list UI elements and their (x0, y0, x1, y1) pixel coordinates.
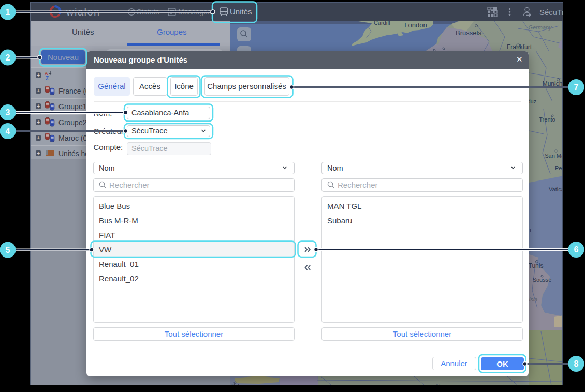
svg-text:5: 5 (6, 246, 10, 254)
svg-text:4: 4 (6, 127, 10, 135)
svg-text:8: 8 (574, 359, 579, 368)
svg-text:3: 3 (6, 108, 10, 117)
svg-text:2: 2 (6, 53, 10, 62)
svg-text:1: 1 (6, 8, 10, 17)
svg-text:7: 7 (574, 83, 579, 92)
svg-text:6: 6 (574, 245, 579, 254)
